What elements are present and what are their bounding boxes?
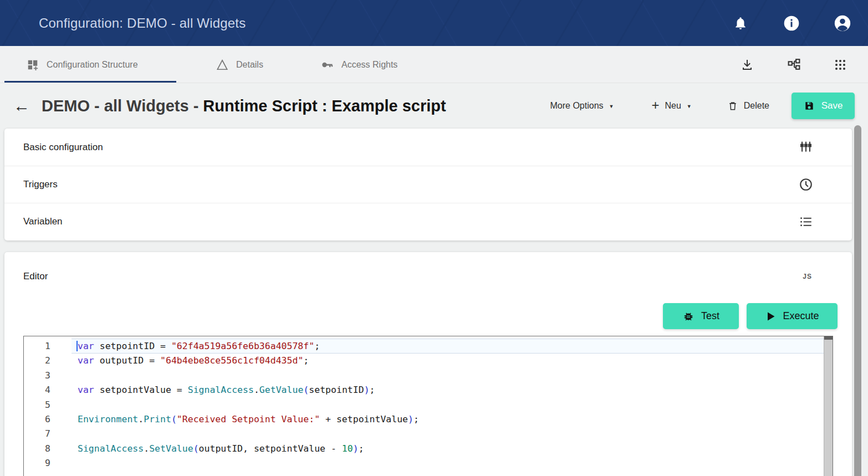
editor-buttons: Test Execute <box>663 303 838 329</box>
code-editor[interactable]: 123456789 var setpointID = "62f4a519a56f… <box>23 336 833 476</box>
code-line[interactable]: var outputID = "64b4ebe8ce556c1cf04d435d… <box>72 354 824 368</box>
chevron-down-icon: ▼ <box>687 104 692 109</box>
tab-access-rights[interactable]: Access Rights <box>320 46 397 83</box>
tab-label: Access Rights <box>341 60 397 70</box>
tab-label: Configuration Structure <box>47 60 138 70</box>
code-token-par: ) <box>408 414 413 424</box>
code-lines[interactable]: var setpointID = "62f4a519a56fe6b36a4057… <box>72 339 824 471</box>
save-label: Save <box>821 100 843 111</box>
tune-sliders-icon <box>799 140 813 155</box>
editor-scrollbar[interactable] <box>824 336 833 476</box>
editor-scrollbar-thumb[interactable] <box>824 336 833 340</box>
title-actions: More Options ▼ + Neu ▼ Delete Save <box>544 83 855 129</box>
code-line[interactable] <box>72 398 824 412</box>
line-number: 5 <box>24 398 64 412</box>
sitemap-icon[interactable] <box>783 54 805 76</box>
code-token-pl: outputID = <box>94 355 160 366</box>
code-token-type: Print <box>144 414 171 424</box>
code-token-kw: var <box>78 341 94 351</box>
editor-card: Editor JS Test Execute 123456789 var set… <box>4 252 852 476</box>
code-line[interactable]: var setpointID = "62f4a519a56fe6b36a4057… <box>72 339 824 354</box>
test-button[interactable]: Test <box>663 303 739 329</box>
page-scrollbar-thumb[interactable] <box>854 125 861 476</box>
header-icons <box>729 0 854 46</box>
code-token-pl: setpointID = <box>94 341 171 351</box>
code-line[interactable]: var setpointValue = SignalAccess.GetValu… <box>72 383 824 397</box>
code-token-kw: var <box>78 355 94 366</box>
text-cursor <box>76 341 78 351</box>
tab-details[interactable]: Details <box>216 46 263 83</box>
execute-button[interactable]: Execute <box>747 303 838 329</box>
section-label: Variablen <box>23 216 799 227</box>
line-number: 4 <box>24 383 64 397</box>
neu-label: Neu <box>665 101 681 111</box>
bug-icon <box>682 310 695 323</box>
code-token-pl: . <box>254 385 259 395</box>
code-token-pl: setpointValue = <box>94 385 188 395</box>
code-token-par: ( <box>171 414 177 424</box>
section-basic-configuration[interactable]: Basic configuration <box>4 129 852 166</box>
code-line[interactable] <box>72 456 824 470</box>
js-language-badge: JS <box>803 273 812 280</box>
apps-grid-icon[interactable] <box>829 54 851 76</box>
tab-label: Details <box>236 60 263 70</box>
code-token-par: ( <box>303 385 309 395</box>
download-icon[interactable] <box>736 54 758 76</box>
list-icon <box>799 214 813 229</box>
code-token-pl: ; <box>413 414 419 424</box>
line-number: 8 <box>24 442 64 456</box>
neu-button[interactable]: + Neu ▼ <box>646 95 697 117</box>
code-token-par: ) <box>364 385 370 395</box>
bell-icon[interactable] <box>729 12 752 34</box>
floppy-disk-icon <box>804 100 815 111</box>
section-variablen[interactable]: Variablen <box>4 203 852 240</box>
delete-button[interactable]: Delete <box>722 95 775 116</box>
line-number: 1 <box>24 339 64 354</box>
code-line[interactable] <box>72 427 824 441</box>
code-token-type: SignalAccess <box>188 385 254 395</box>
tab-bar: Configuration Structure Details Access R… <box>0 46 868 83</box>
section-triggers[interactable]: Triggers <box>4 166 852 203</box>
code-line[interactable] <box>72 368 824 383</box>
execute-label: Execute <box>783 310 819 322</box>
code-line[interactable]: Environment.Print("Received Setpoint Val… <box>72 412 824 427</box>
save-button[interactable]: Save <box>792 93 855 119</box>
line-number: 9 <box>24 456 64 470</box>
code-token-par: ( <box>193 443 199 454</box>
tabbar-actions <box>736 46 851 83</box>
code-token-num: 10 <box>342 443 353 454</box>
back-arrow-icon[interactable]: ← <box>13 98 30 114</box>
account-icon[interactable] <box>831 12 854 34</box>
key-icon <box>320 58 334 71</box>
accordion-card: Basic configuration Triggers Variablen <box>4 129 852 240</box>
info-icon[interactable] <box>780 12 803 34</box>
code-area[interactable]: 123456789 var setpointID = "62f4a519a56f… <box>24 336 824 476</box>
code-token-pl: outputID, setpointValue - <box>199 443 342 454</box>
code-token-kw: var <box>78 385 94 395</box>
code-token-type: Environment <box>78 414 138 424</box>
code-token-pl: ; <box>370 385 375 395</box>
code-token-pl: . <box>138 414 144 424</box>
code-token-pl: ; <box>359 443 364 454</box>
code-token-str: "Received Setpoint Value:" <box>177 414 320 424</box>
editor-header: Editor JS <box>23 271 819 282</box>
play-icon <box>765 311 776 322</box>
trash-icon <box>727 100 738 112</box>
chevron-down-icon: ▼ <box>609 104 614 109</box>
warning-triangle-icon <box>216 59 228 71</box>
more-options-button[interactable]: More Options ▼ <box>544 96 619 115</box>
code-token-type: SignalAccess <box>78 443 144 454</box>
code-token-type: SetValue <box>149 443 193 454</box>
code-token-str: "64b4ebe8ce556c1cf04d435d" <box>160 355 303 366</box>
code-token-str: "62f4a519a56fe6b36a40578f" <box>171 341 314 351</box>
active-tab-underline <box>4 81 176 83</box>
widgets-icon <box>27 59 39 71</box>
tab-configuration-structure[interactable]: Configuration Structure <box>27 46 138 83</box>
clock-icon <box>799 177 813 192</box>
code-line[interactable]: SignalAccess.SetValue(outputID, setpoint… <box>72 442 824 456</box>
editor-label: Editor <box>23 271 48 282</box>
editor-gutter: 123456789 <box>24 339 64 471</box>
more-options-label: More Options <box>550 101 603 111</box>
code-token-par: ) <box>353 443 359 454</box>
code-token-pl: + setpointValue <box>320 414 408 424</box>
